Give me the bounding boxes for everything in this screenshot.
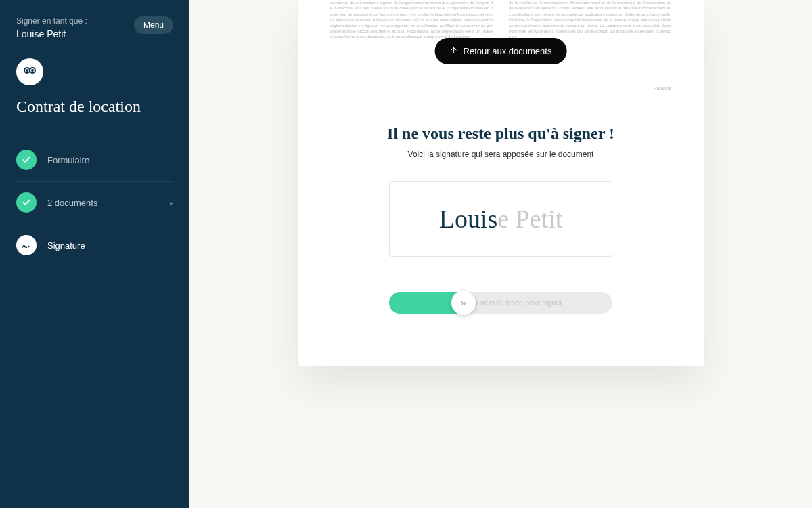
signature-heading: Il ne vous reste plus qu'à signer ! (338, 125, 663, 143)
svg-point-4 (28, 246, 29, 247)
sign-slider[interactable]: Slider vers la droite pour signer » (389, 292, 612, 314)
arrow-up-icon (450, 46, 458, 56)
sidebar-top: Signer en tant que : Louise Petit Menu (16, 16, 173, 39)
step-signature[interactable]: Signature (16, 224, 173, 266)
step-formulaire[interactable]: Formulaire (16, 139, 173, 182)
menu-button[interactable]: Menu (134, 16, 173, 34)
signature-text-remaining: e Petit (497, 205, 562, 233)
signature-preview-box: Louise Petit (389, 181, 612, 257)
sign-as-block: Signer en tant que : Louise Petit (16, 16, 87, 39)
signature-text: Louise Petit (439, 204, 563, 234)
signature-section: Il ne vous reste plus qu'à signer ! Voic… (298, 95, 704, 341)
sign-as-name: Louise Petit (16, 28, 87, 39)
svg-point-3 (32, 70, 33, 71)
owl-icon (22, 62, 38, 81)
steps-nav: Formulaire 2 documents ▸ Signature (16, 139, 173, 266)
step-label: Formulaire (47, 155, 173, 165)
step-label: Signature (47, 240, 173, 251)
chevron-right-icon: ▸ (170, 199, 173, 207)
step-documents[interactable]: 2 documents ▸ (16, 182, 173, 224)
signature-icon (16, 235, 37, 255)
step-label: 2 documents (47, 198, 170, 208)
sidebar: Signer en tant que : Louise Petit Menu C… (0, 0, 189, 508)
svg-point-2 (26, 70, 28, 71)
signature-subtitle: Voici la signature qui sera apposée sur … (338, 150, 663, 159)
slider-thumb[interactable]: » (451, 291, 476, 315)
check-icon (16, 150, 37, 170)
chevrons-right-icon: » (461, 297, 466, 308)
avatar-wrap (16, 58, 173, 85)
avatar (16, 58, 43, 85)
main-content: comporter des dispositions légales de l'… (189, 0, 812, 508)
sign-as-label: Signer en tant que : (16, 16, 87, 26)
paraphe-label: Paraphe (654, 86, 671, 91)
check-icon (16, 192, 37, 213)
return-button-label: Retour aux documents (464, 46, 552, 56)
signature-text-typed: Louis (439, 205, 498, 233)
document-title: Contrat de location (16, 98, 173, 116)
signature-card: comporter des dispositions légales de l'… (298, 0, 704, 366)
return-documents-button[interactable]: Retour aux documents (435, 38, 567, 64)
